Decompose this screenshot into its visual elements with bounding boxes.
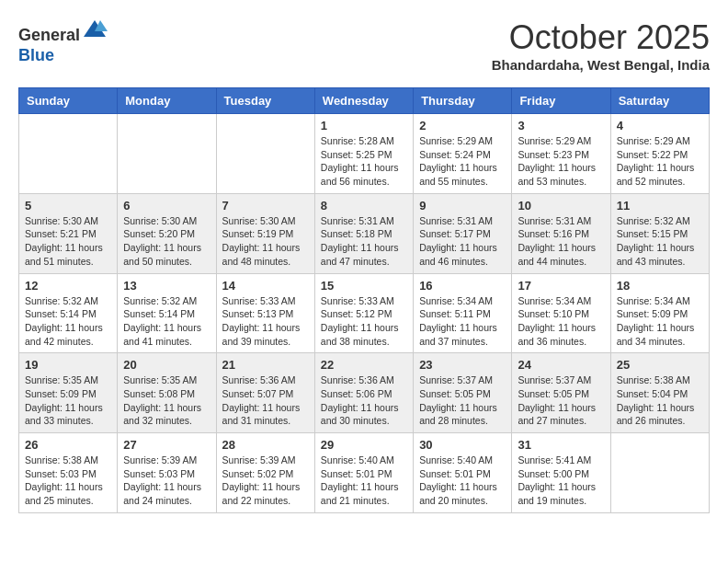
- calendar-cell: 4Sunrise: 5:29 AM Sunset: 5:22 PM Daylig…: [610, 114, 709, 194]
- day-number: 29: [321, 438, 407, 452]
- page-header: General Blue October 2025 Bhandardaha, W…: [18, 18, 710, 73]
- calendar-cell: 14Sunrise: 5:33 AM Sunset: 5:13 PM Dayli…: [216, 273, 314, 353]
- day-number: 16: [419, 279, 506, 293]
- day-number: 10: [518, 199, 604, 213]
- calendar-cell: 22Sunrise: 5:36 AM Sunset: 5:06 PM Dayli…: [314, 353, 413, 433]
- calendar-cell: 10Sunrise: 5:31 AM Sunset: 5:16 PM Dayli…: [512, 193, 610, 273]
- calendar-cell: 31Sunrise: 5:41 AM Sunset: 5:00 PM Dayli…: [512, 433, 610, 513]
- day-info: Sunrise: 5:34 AM Sunset: 5:09 PM Dayligh…: [617, 294, 703, 349]
- day-info: Sunrise: 5:32 AM Sunset: 5:15 PM Dayligh…: [617, 214, 703, 269]
- calendar-table: SundayMondayTuesdayWednesdayThursdayFrid…: [18, 87, 710, 513]
- day-info: Sunrise: 5:35 AM Sunset: 5:09 PM Dayligh…: [25, 373, 111, 428]
- day-info: Sunrise: 5:32 AM Sunset: 5:14 PM Dayligh…: [25, 294, 111, 349]
- day-number: 23: [419, 358, 506, 372]
- day-number: 18: [617, 279, 703, 293]
- calendar-cell: [216, 114, 314, 194]
- logo-icon: [82, 18, 108, 40]
- day-info: Sunrise: 5:30 AM Sunset: 5:21 PM Dayligh…: [25, 214, 111, 269]
- title-block: October 2025 Bhandardaha, West Bengal, I…: [492, 18, 710, 73]
- column-header-monday: Monday: [118, 88, 216, 114]
- day-info: Sunrise: 5:30 AM Sunset: 5:20 PM Dayligh…: [123, 214, 210, 269]
- location: Bhandardaha, West Bengal, India: [492, 57, 710, 73]
- column-header-saturday: Saturday: [610, 88, 709, 114]
- column-header-tuesday: Tuesday: [216, 88, 314, 114]
- day-info: Sunrise: 5:36 AM Sunset: 5:06 PM Dayligh…: [321, 373, 407, 428]
- week-row-2: 5Sunrise: 5:30 AM Sunset: 5:21 PM Daylig…: [19, 193, 710, 273]
- week-row-3: 12Sunrise: 5:32 AM Sunset: 5:14 PM Dayli…: [19, 273, 710, 353]
- column-header-sunday: Sunday: [19, 88, 118, 114]
- day-number: 3: [518, 119, 604, 132]
- calendar-cell: 8Sunrise: 5:31 AM Sunset: 5:18 PM Daylig…: [314, 193, 413, 273]
- day-number: 12: [25, 279, 111, 293]
- day-number: 20: [123, 358, 210, 372]
- day-info: Sunrise: 5:37 AM Sunset: 5:05 PM Dayligh…: [518, 373, 604, 428]
- logo-general: General: [18, 26, 80, 44]
- calendar-cell: 20Sunrise: 5:35 AM Sunset: 5:08 PM Dayli…: [118, 353, 216, 433]
- column-header-thursday: Thursday: [414, 88, 512, 114]
- calendar-cell: [118, 114, 216, 194]
- day-number: 30: [419, 438, 506, 452]
- day-number: 9: [419, 199, 506, 213]
- calendar-cell: 13Sunrise: 5:32 AM Sunset: 5:14 PM Dayli…: [118, 273, 216, 353]
- week-row-1: 1Sunrise: 5:28 AM Sunset: 5:25 PM Daylig…: [19, 114, 710, 194]
- day-number: 2: [419, 119, 506, 132]
- day-info: Sunrise: 5:36 AM Sunset: 5:07 PM Dayligh…: [222, 373, 309, 428]
- day-info: Sunrise: 5:35 AM Sunset: 5:08 PM Dayligh…: [123, 373, 210, 428]
- day-number: 19: [25, 358, 111, 372]
- day-info: Sunrise: 5:28 AM Sunset: 5:25 PM Dayligh…: [321, 134, 407, 189]
- day-number: 8: [321, 199, 407, 213]
- column-header-friday: Friday: [512, 88, 610, 114]
- calendar-cell: 29Sunrise: 5:40 AM Sunset: 5:01 PM Dayli…: [314, 433, 413, 513]
- day-info: Sunrise: 5:37 AM Sunset: 5:05 PM Dayligh…: [419, 373, 506, 428]
- calendar-cell: 5Sunrise: 5:30 AM Sunset: 5:21 PM Daylig…: [19, 193, 118, 273]
- calendar-cell: 6Sunrise: 5:30 AM Sunset: 5:20 PM Daylig…: [118, 193, 216, 273]
- calendar-cell: 17Sunrise: 5:34 AM Sunset: 5:10 PM Dayli…: [512, 273, 610, 353]
- day-number: 5: [25, 199, 111, 213]
- day-info: Sunrise: 5:31 AM Sunset: 5:16 PM Dayligh…: [518, 214, 604, 269]
- day-info: Sunrise: 5:31 AM Sunset: 5:18 PM Dayligh…: [321, 214, 407, 269]
- day-info: Sunrise: 5:41 AM Sunset: 5:00 PM Dayligh…: [518, 454, 604, 508]
- day-number: 11: [617, 199, 703, 213]
- day-info: Sunrise: 5:39 AM Sunset: 5:02 PM Dayligh…: [222, 454, 309, 508]
- day-info: Sunrise: 5:39 AM Sunset: 5:03 PM Dayligh…: [123, 454, 210, 508]
- calendar-cell: 2Sunrise: 5:29 AM Sunset: 5:24 PM Daylig…: [414, 114, 512, 194]
- column-header-wednesday: Wednesday: [314, 88, 413, 114]
- day-info: Sunrise: 5:32 AM Sunset: 5:14 PM Dayligh…: [123, 294, 210, 349]
- day-number: 27: [123, 438, 210, 452]
- day-info: Sunrise: 5:40 AM Sunset: 5:01 PM Dayligh…: [419, 454, 506, 508]
- day-number: 4: [617, 119, 703, 132]
- day-info: Sunrise: 5:33 AM Sunset: 5:12 PM Dayligh…: [321, 294, 407, 349]
- calendar-cell: 16Sunrise: 5:34 AM Sunset: 5:11 PM Dayli…: [414, 273, 512, 353]
- calendar-cell: [19, 114, 118, 194]
- logo-blue: Blue: [18, 46, 54, 64]
- calendar-cell: 25Sunrise: 5:38 AM Sunset: 5:04 PM Dayli…: [610, 353, 709, 433]
- calendar-cell: 12Sunrise: 5:32 AM Sunset: 5:14 PM Dayli…: [19, 273, 118, 353]
- day-info: Sunrise: 5:40 AM Sunset: 5:01 PM Dayligh…: [321, 454, 407, 508]
- calendar-cell: 28Sunrise: 5:39 AM Sunset: 5:02 PM Dayli…: [216, 433, 314, 513]
- day-number: 14: [222, 279, 309, 293]
- day-info: Sunrise: 5:31 AM Sunset: 5:17 PM Dayligh…: [419, 214, 506, 269]
- week-row-4: 19Sunrise: 5:35 AM Sunset: 5:09 PM Dayli…: [19, 353, 710, 433]
- day-number: 22: [321, 358, 407, 372]
- day-info: Sunrise: 5:34 AM Sunset: 5:11 PM Dayligh…: [419, 294, 506, 349]
- logo: General Blue: [18, 18, 108, 65]
- calendar-cell: 15Sunrise: 5:33 AM Sunset: 5:12 PM Dayli…: [314, 273, 413, 353]
- day-info: Sunrise: 5:34 AM Sunset: 5:10 PM Dayligh…: [518, 294, 604, 349]
- calendar-cell: 23Sunrise: 5:37 AM Sunset: 5:05 PM Dayli…: [414, 353, 512, 433]
- calendar-cell: 21Sunrise: 5:36 AM Sunset: 5:07 PM Dayli…: [216, 353, 314, 433]
- week-row-5: 26Sunrise: 5:38 AM Sunset: 5:03 PM Dayli…: [19, 433, 710, 513]
- day-info: Sunrise: 5:29 AM Sunset: 5:22 PM Dayligh…: [617, 134, 703, 189]
- day-number: 1: [321, 119, 407, 132]
- calendar-cell: 7Sunrise: 5:30 AM Sunset: 5:19 PM Daylig…: [216, 193, 314, 273]
- day-number: 15: [321, 279, 407, 293]
- day-number: 24: [518, 358, 604, 372]
- day-number: 21: [222, 358, 309, 372]
- calendar-cell: [610, 433, 709, 513]
- calendar-cell: 30Sunrise: 5:40 AM Sunset: 5:01 PM Dayli…: [414, 433, 512, 513]
- calendar-cell: 24Sunrise: 5:37 AM Sunset: 5:05 PM Dayli…: [512, 353, 610, 433]
- month-title: October 2025: [492, 18, 710, 57]
- calendar-cell: 11Sunrise: 5:32 AM Sunset: 5:15 PM Dayli…: [610, 193, 709, 273]
- day-number: 13: [123, 279, 210, 293]
- day-info: Sunrise: 5:38 AM Sunset: 5:04 PM Dayligh…: [617, 373, 703, 428]
- calendar-cell: 27Sunrise: 5:39 AM Sunset: 5:03 PM Dayli…: [118, 433, 216, 513]
